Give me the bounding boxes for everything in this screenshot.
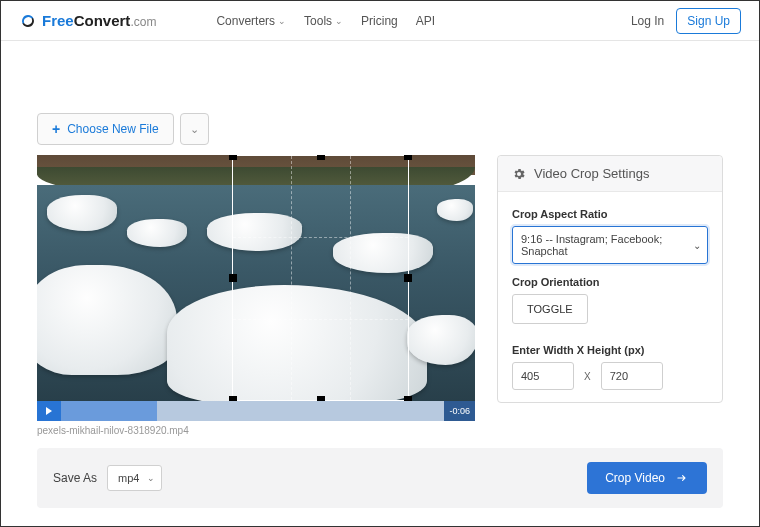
video-filename: pexels-mikhail-nilov-8318920.mp4 bbox=[37, 421, 475, 436]
crop-handle[interactable] bbox=[317, 155, 325, 160]
file-toolbar: + Choose New File ⌄ bbox=[1, 113, 759, 145]
dimension-separator: X bbox=[584, 371, 591, 382]
time-remaining: -0:06 bbox=[444, 401, 475, 421]
arrow-right-icon bbox=[675, 471, 689, 485]
width-input[interactable] bbox=[512, 362, 574, 390]
crop-handle[interactable] bbox=[404, 274, 412, 282]
orientation-label: Crop Orientation bbox=[512, 276, 708, 288]
orientation-toggle-button[interactable]: TOGGLE bbox=[512, 294, 588, 324]
crop-video-button[interactable]: Crop Video bbox=[587, 462, 707, 494]
aspect-ratio-select[interactable]: 9:16 -- Instagram; Facebook; Snapchat bbox=[512, 226, 708, 264]
logo-icon bbox=[19, 12, 37, 30]
main-nav: Converters⌄ Tools⌄ Pricing API bbox=[216, 14, 435, 28]
crop-handle[interactable] bbox=[404, 155, 412, 160]
gear-icon bbox=[512, 167, 526, 181]
settings-panel: Video Crop Settings Crop Aspect Ratio 9:… bbox=[497, 155, 723, 403]
signup-button[interactable]: Sign Up bbox=[676, 8, 741, 34]
footer-bar: Save As mp4 ⌄ Crop Video bbox=[37, 448, 723, 508]
play-icon bbox=[46, 407, 52, 415]
video-preview[interactable] bbox=[37, 155, 475, 401]
nav-tools[interactable]: Tools⌄ bbox=[304, 14, 343, 28]
choose-new-file-button[interactable]: + Choose New File bbox=[37, 113, 174, 145]
settings-header: Video Crop Settings bbox=[498, 156, 722, 192]
app-header: FreeConvert.com Converters⌄ Tools⌄ Prici… bbox=[1, 1, 759, 41]
video-panel: -0:06 pexels-mikhail-nilov-8318920.mp4 bbox=[37, 155, 475, 436]
settings-title: Video Crop Settings bbox=[534, 166, 649, 181]
aspect-ratio-label: Crop Aspect Ratio bbox=[512, 208, 708, 220]
crop-handle[interactable] bbox=[229, 274, 237, 282]
logo[interactable]: FreeConvert.com bbox=[19, 12, 156, 30]
add-more-dropdown[interactable]: ⌄ bbox=[180, 113, 209, 145]
chevron-down-icon: ⌄ bbox=[335, 16, 343, 26]
progress-played[interactable] bbox=[61, 401, 157, 421]
chevron-down-icon: ⌄ bbox=[190, 123, 199, 136]
main-content: -0:06 pexels-mikhail-nilov-8318920.mp4 V… bbox=[1, 145, 759, 436]
height-input[interactable] bbox=[601, 362, 663, 390]
save-as-label: Save As bbox=[53, 471, 97, 485]
logo-text: FreeConvert.com bbox=[42, 12, 156, 29]
nav-converters[interactable]: Converters⌄ bbox=[216, 14, 286, 28]
width-height-row: X bbox=[512, 362, 708, 390]
format-select[interactable]: mp4 bbox=[107, 465, 162, 491]
header-right: Log In Sign Up bbox=[631, 8, 741, 34]
player-bar: -0:06 bbox=[37, 401, 475, 421]
play-button[interactable] bbox=[37, 401, 61, 421]
chevron-down-icon: ⌄ bbox=[278, 16, 286, 26]
crop-handle[interactable] bbox=[229, 155, 237, 160]
wh-label: Enter Width X Height (px) bbox=[512, 344, 708, 356]
progress-remaining[interactable]: -0:06 bbox=[157, 401, 475, 421]
nav-api[interactable]: API bbox=[416, 14, 435, 28]
crop-selection[interactable] bbox=[232, 155, 409, 401]
plus-icon: + bbox=[52, 121, 60, 137]
nav-pricing[interactable]: Pricing bbox=[361, 14, 398, 28]
login-link[interactable]: Log In bbox=[631, 14, 664, 28]
settings-body: Crop Aspect Ratio 9:16 -- Instagram; Fac… bbox=[498, 192, 722, 402]
